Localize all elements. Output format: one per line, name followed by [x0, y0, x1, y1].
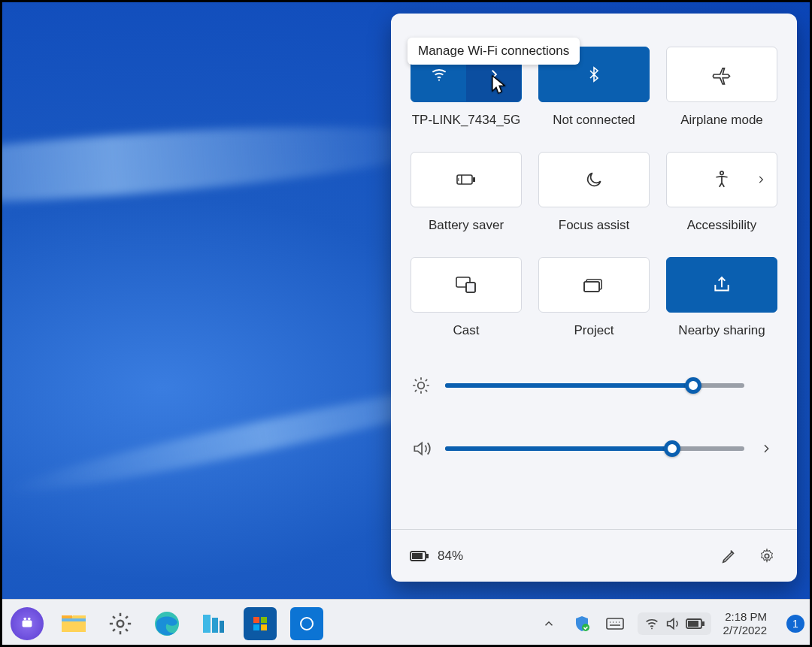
all-settings-button[interactable] — [752, 541, 782, 571]
svg-rect-22 — [212, 618, 218, 633]
cast-button[interactable] — [411, 257, 522, 313]
svg-rect-2 — [473, 177, 475, 182]
battery-percent-label: 84% — [438, 549, 463, 564]
project-label: Project — [574, 323, 614, 338]
wifi-manage-tooltip: Manage Wi-Fi connections — [408, 38, 580, 65]
battery-icon — [409, 549, 430, 564]
speaker-icon — [665, 615, 681, 632]
svg-rect-1 — [457, 175, 472, 184]
cast-icon — [455, 275, 477, 295]
focus-assist-toggle-button[interactable] — [538, 152, 650, 207]
battery-saver-icon — [455, 171, 477, 189]
mouse-cursor — [492, 75, 507, 95]
taskbar-app-chat[interactable] — [11, 607, 44, 640]
system-tray: 2:18 PM 2/7/2022 1 — [538, 610, 804, 636]
svg-rect-27 — [261, 624, 267, 630]
svg-rect-30 — [607, 618, 623, 629]
sliders-section — [391, 353, 797, 463]
svg-rect-21 — [203, 615, 211, 633]
svg-rect-13 — [412, 553, 423, 559]
volume-output-button[interactable] — [758, 443, 774, 455]
desktop-decoration — [0, 112, 453, 219]
notification-count-badge[interactable]: 1 — [786, 615, 804, 633]
svg-rect-34 — [688, 621, 698, 627]
pencil-icon — [721, 548, 738, 564]
tray-security-icon[interactable] — [571, 613, 592, 634]
quick-settings-panel: Manage Wi-Fi connections TP-LIN — [391, 14, 797, 582]
taskbar-app-file-explorer[interactable] — [57, 607, 90, 640]
battery-status[interactable]: 84% — [409, 549, 463, 564]
airplane-icon — [711, 64, 732, 85]
accessibility-icon — [712, 170, 732, 189]
focus-assist-tile: Focus assist — [537, 152, 651, 233]
taskbar-app-store[interactable] — [244, 607, 277, 640]
svg-point-29 — [582, 624, 589, 631]
focus-assist-label: Focus assist — [559, 218, 629, 233]
accessibility-tile: Accessibility — [665, 152, 779, 233]
project-button[interactable] — [538, 257, 650, 313]
gear-icon — [759, 548, 775, 564]
taskbar-app-settings[interactable] — [104, 607, 137, 640]
svg-point-0 — [438, 80, 439, 81]
svg-point-17 — [28, 617, 31, 620]
airplane-tile: Airplane mode — [665, 47, 779, 128]
battery-saver-label: Battery saver — [429, 218, 504, 233]
svg-rect-24 — [253, 617, 259, 623]
airplane-label: Airplane mode — [680, 113, 763, 128]
taskbar-app-edge[interactable] — [150, 607, 183, 640]
svg-rect-26 — [253, 624, 259, 630]
svg-point-28 — [301, 618, 313, 630]
speaker-icon — [411, 439, 432, 458]
tray-overflow-button[interactable] — [538, 613, 559, 634]
wifi-icon — [429, 65, 449, 84]
taskbar-app-generic-1[interactable] — [197, 607, 230, 640]
taskbar: 2:18 PM 2/7/2022 1 — [0, 599, 812, 647]
nearby-sharing-label: Nearby sharing — [678, 323, 765, 338]
svg-point-31 — [651, 627, 653, 629]
brightness-icon — [411, 376, 432, 395]
brightness-slider[interactable] — [445, 383, 744, 388]
taskbar-app-generic-2[interactable] — [290, 607, 323, 640]
svg-rect-33 — [702, 621, 704, 626]
svg-rect-15 — [23, 620, 32, 627]
svg-point-14 — [765, 554, 769, 558]
cast-tile: Cast — [409, 257, 523, 338]
svg-point-3 — [720, 171, 723, 174]
moon-icon — [584, 170, 604, 189]
svg-rect-18 — [62, 615, 72, 618]
airplane-toggle-button[interactable] — [666, 47, 777, 102]
cast-label: Cast — [453, 323, 480, 338]
project-tile: Project — [537, 257, 651, 338]
edit-quick-settings-button[interactable] — [714, 541, 744, 571]
svg-rect-12 — [426, 554, 429, 558]
nearby-sharing-toggle-button[interactable] — [666, 257, 777, 313]
svg-point-10 — [418, 382, 425, 389]
svg-rect-8 — [584, 282, 599, 292]
wifi-icon — [644, 615, 660, 632]
share-icon — [712, 275, 732, 295]
nearby-sharing-tile: Nearby sharing — [665, 257, 779, 338]
battery-saver-toggle-button[interactable] — [411, 152, 522, 207]
bluetooth-icon — [585, 65, 603, 83]
bluetooth-label: Not connected — [553, 113, 635, 128]
battery-saver-tile: Battery saver — [409, 152, 523, 233]
accessibility-toggle-button[interactable] — [666, 152, 777, 207]
panel-footer: 84% — [391, 529, 797, 582]
project-icon — [583, 276, 605, 294]
taskbar-pinned-apps — [8, 607, 323, 640]
taskbar-date: 2/7/2022 — [723, 624, 767, 636]
taskbar-clock[interactable]: 2:18 PM 2/7/2022 — [723, 610, 770, 636]
accessibility-label: Accessibility — [687, 218, 757, 233]
svg-point-16 — [23, 617, 26, 620]
tray-keyboard-icon[interactable] — [604, 613, 626, 634]
brightness-slider-row — [411, 376, 774, 395]
svg-rect-25 — [261, 617, 267, 623]
svg-rect-23 — [220, 621, 224, 633]
volume-slider[interactable] — [445, 446, 744, 451]
battery-icon — [686, 618, 705, 630]
svg-rect-5 — [466, 283, 475, 292]
taskbar-time: 2:18 PM — [725, 610, 767, 623]
tray-network-group[interactable] — [638, 612, 711, 635]
chevron-right-icon[interactable] — [756, 174, 766, 185]
volume-slider-row — [411, 439, 774, 458]
